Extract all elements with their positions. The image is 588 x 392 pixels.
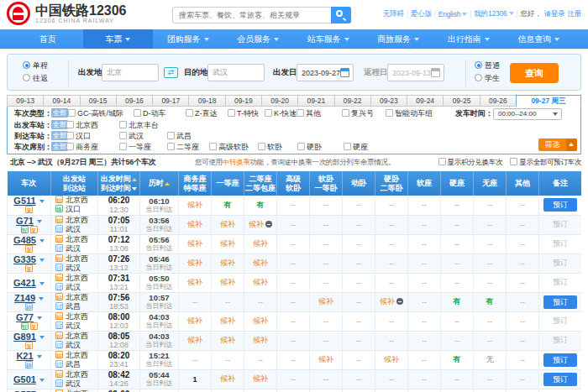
seat-cell[interactable]: 候补 (244, 253, 277, 273)
search-button[interactable] (331, 7, 351, 24)
nav-item-车票[interactable]: 车票 (83, 29, 154, 49)
train-number-link[interactable]: G77 (16, 312, 34, 322)
filter-all-button[interactable]: 全部 (51, 131, 68, 140)
book-button[interactable]: 预订 (543, 198, 577, 212)
filter-option-北京丰台[interactable]: 北京丰台 (119, 120, 159, 131)
seat-cell[interactable]: 候补 (212, 389, 244, 392)
nav-item-首页[interactable]: 首页 (13, 29, 83, 49)
seat-cell[interactable]: 候补 (244, 389, 277, 392)
seat-cell[interactable]: 有 (441, 292, 474, 311)
seat-cell[interactable]: 候补 (244, 215, 277, 234)
filter-all-button[interactable]: 全部 (51, 120, 68, 129)
train-number-link[interactable]: G511 (13, 196, 35, 206)
depart-date-input[interactable]: 2023-09-27 (297, 64, 354, 81)
train-number-link[interactable]: G71 (16, 216, 34, 226)
seat-cell[interactable]: 有 (474, 292, 507, 311)
seat-cell[interactable]: 候补 (244, 311, 277, 331)
seat-cell[interactable]: 有 (441, 350, 474, 369)
expand-train-icon[interactable] (37, 355, 42, 358)
expand-train-icon[interactable] (39, 297, 44, 301)
return-date-input[interactable]: 2023-09-13 (387, 64, 444, 81)
filter-option-硬卧[interactable]: 硬卧 (297, 142, 322, 153)
seat-cell[interactable]: 候补 (212, 273, 244, 292)
filter-option-复兴号[interactable]: 复兴号 (342, 108, 374, 119)
filter-option-其他[interactable]: 其他 (297, 108, 321, 119)
date-tab-09-18[interactable]: 09-18 (188, 95, 224, 107)
filter-option-Z-直达[interactable]: Z-直达 (186, 108, 218, 119)
expand-train-icon[interactable] (39, 282, 45, 285)
filter-option-高级软卧[interactable]: 高级软卧 (209, 142, 249, 153)
train-number-link[interactable]: G557 (13, 389, 36, 392)
expand-train-icon[interactable] (37, 220, 42, 223)
seat-cell[interactable]: 候补 (244, 273, 277, 292)
train-number-link[interactable]: Z149 (14, 293, 35, 303)
filter-option-一等座[interactable]: 一等座 (119, 142, 151, 153)
train-number-link[interactable]: G501 (13, 374, 36, 384)
query-button[interactable]: 查询 (510, 63, 559, 83)
seat-cell[interactable]: 候补 (179, 273, 212, 292)
filter-option-GC-高铁/城际[interactable]: GC-高铁/城际 (68, 108, 123, 119)
date-tab-09-20[interactable]: 09-20 (261, 95, 297, 107)
filter-option-汉口[interactable]: 汉口 (66, 131, 91, 142)
date-tab-09-26[interactable]: 09-26 (480, 95, 516, 107)
swap-stations-icon[interactable]: ⇄ (164, 67, 178, 78)
trip-oneway-radio[interactable]: 单程 (23, 60, 48, 71)
seat-cell[interactable]: 候补 (212, 253, 244, 273)
filter-option-K-快速[interactable]: K-快速 (265, 108, 297, 119)
seat-cell[interactable]: 候补 (310, 292, 343, 311)
filter-all-button[interactable]: 全部 (51, 142, 68, 151)
expand-train-icon[interactable] (39, 379, 45, 382)
seat-cell[interactable]: 候补 (179, 311, 212, 331)
filter-option-二等座[interactable]: 二等座 (167, 142, 199, 153)
train-number-link[interactable]: G335 (13, 254, 36, 264)
seat-cell[interactable]: 候补 (179, 196, 212, 215)
passenger-student-radio[interactable]: 学生 (475, 73, 500, 84)
seat-cell[interactable]: 有 (212, 196, 244, 215)
expand-train-icon[interactable] (39, 239, 45, 243)
date-tab-09-24[interactable]: 09-24 (407, 95, 443, 107)
seat-cell[interactable]: 候补 (244, 331, 277, 350)
filter-option-T-特快[interactable]: T-特快 (228, 108, 259, 119)
expand-train-icon[interactable] (39, 259, 45, 262)
date-tab-09-19[interactable]: 09-19 (225, 95, 261, 107)
filter-option-软卧[interactable]: 软卧 (258, 142, 282, 153)
nav-item-团购服务[interactable]: 团购服务 (153, 29, 223, 49)
seat-cell[interactable]: 候补 (375, 292, 408, 311)
link-care-version[interactable]: 爱心版 (411, 9, 432, 19)
from-input[interactable]: 北京 (102, 64, 159, 81)
seat-cell[interactable]: 候补 (179, 234, 212, 253)
show-bookable-trains-checkbox[interactable]: 显示全部可预订车次 (510, 158, 581, 166)
logo[interactable]: 中国铁路12306 12306 CHINA RAILWAY (7, 2, 127, 25)
seat-cell[interactable]: 候补 (212, 331, 244, 350)
transfer-link[interactable]: 中转换乘 (223, 158, 250, 166)
date-tab-09-13[interactable]: 09-13 (7, 95, 43, 107)
book-button[interactable]: 预订 (543, 373, 577, 386)
train-number-link[interactable]: G485 (13, 235, 36, 245)
train-number-link[interactable]: K21 (16, 351, 33, 361)
date-tab-09-21[interactable]: 09-21 (297, 95, 333, 107)
filter-option-智能动车组[interactable]: 智能动车组 (386, 108, 433, 119)
seat-cell[interactable]: 候补 (212, 369, 244, 389)
train-number-link[interactable]: G421 (13, 278, 36, 288)
seat-cell[interactable]: 候补 (212, 215, 244, 234)
filter-all-button[interactable]: 全部 (51, 108, 68, 118)
passenger-normal-radio[interactable]: 普通 (475, 60, 500, 71)
seat-cell[interactable]: 候补 (212, 234, 244, 253)
nav-item-信息查询[interactable]: 信息查询 (504, 29, 575, 49)
seat-cell[interactable]: 候补 (212, 311, 244, 331)
nav-item-出行指南[interactable]: 出行指南 (433, 29, 504, 49)
date-tab-09-25[interactable]: 09-25 (443, 95, 479, 107)
trip-round-radio[interactable]: 往返 (23, 73, 48, 84)
seat-cell[interactable]: 候补 (244, 369, 277, 389)
column-header-出发时间[interactable]: 出发时间到达时间 (98, 171, 140, 196)
register-link[interactable]: 注册 (567, 9, 581, 19)
to-input[interactable]: 武汉 (207, 64, 265, 81)
date-tab-09-16[interactable]: 09-16 (116, 95, 152, 107)
seat-cell[interactable]: 候补 (375, 350, 408, 369)
site-search[interactable] (172, 7, 351, 24)
book-button[interactable]: 预订 (543, 353, 577, 367)
filter-option-北京西[interactable]: 北京西 (66, 120, 98, 131)
date-tab-09-14[interactable]: 09-14 (43, 95, 79, 107)
seat-cell[interactable]: 候补 (179, 389, 212, 392)
seat-cell[interactable]: 有 (244, 196, 277, 215)
